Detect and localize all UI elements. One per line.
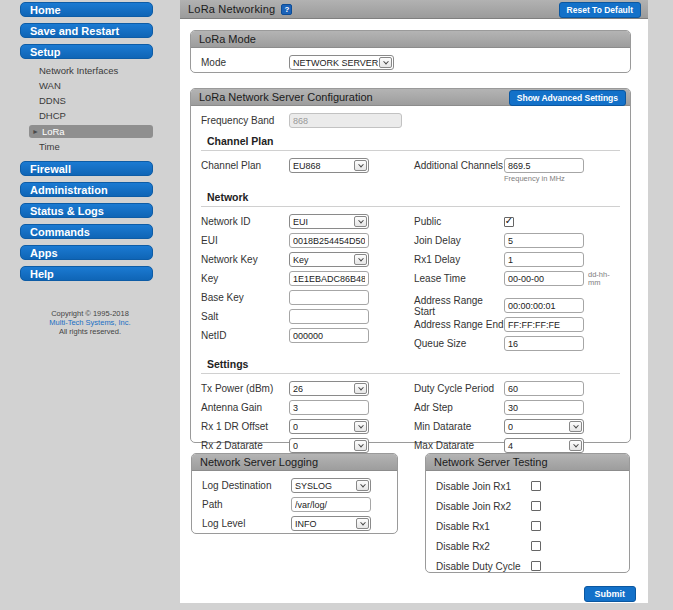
min-datarate-select[interactable]: 0 bbox=[504, 419, 584, 434]
rx1-dr-offset-select-value: 0 bbox=[290, 422, 298, 432]
salt-input[interactable] bbox=[289, 309, 369, 324]
sidebar-subitem-ddns[interactable]: DDNS bbox=[39, 95, 180, 107]
sidebar-item-firewall[interactable]: Firewall bbox=[20, 161, 153, 176]
min-datarate-select-value: 0 bbox=[505, 422, 513, 432]
disable-rx2-checkbox[interactable]: ✓ bbox=[531, 541, 541, 551]
max-datarate-select[interactable]: 4 bbox=[504, 438, 584, 453]
testing-panel-header: Network Server Testing bbox=[426, 454, 629, 471]
disable-duty-cycle-checkbox[interactable]: ✓ bbox=[531, 561, 541, 571]
max-datarate-label: Max Datarate bbox=[414, 440, 504, 451]
sidebar-item-apps[interactable]: Apps bbox=[20, 245, 153, 260]
public-checkbox[interactable]: ✓ bbox=[504, 217, 514, 227]
network-key-label: Network Key bbox=[201, 254, 289, 265]
sidebar-subitem-dhcp[interactable]: DHCP bbox=[39, 110, 180, 122]
path-label: Path bbox=[202, 499, 291, 510]
base-key-label: Base Key bbox=[201, 292, 289, 303]
rx1-delay-input[interactable] bbox=[504, 252, 584, 267]
address-range-end-input[interactable] bbox=[504, 317, 584, 332]
config-panel-title: LoRa Network Server Configuration bbox=[199, 91, 373, 103]
join-delay-input[interactable] bbox=[504, 233, 584, 248]
page-title: LoRa Networking bbox=[188, 3, 275, 15]
log-level-select[interactable]: INFO bbox=[291, 516, 371, 531]
sidebar-item-administration[interactable]: Administration bbox=[20, 182, 153, 197]
settings-section-title: Settings bbox=[201, 353, 620, 374]
log-destination-select-value: SYSLOG bbox=[292, 481, 332, 491]
netid-input[interactable] bbox=[289, 328, 369, 343]
network-server-config-panel: LoRa Network Server Configuration Show A… bbox=[190, 88, 631, 443]
disable-join-rx1-checkbox[interactable]: ✓ bbox=[531, 481, 541, 491]
show-advanced-settings-button[interactable]: Show Advanced Settings bbox=[509, 90, 626, 106]
mode-label: Mode bbox=[201, 57, 289, 68]
tx-power-label: Tx Power (dBm) bbox=[201, 383, 289, 394]
lora-mode-panel: LoRa Mode Mode NETWORK SERVER bbox=[190, 30, 631, 73]
network-key-select[interactable]: Key bbox=[289, 252, 369, 267]
lease-time-label: Lease Time bbox=[414, 273, 504, 284]
sidebar-item-status-and-logs[interactable]: Status & Logs bbox=[20, 203, 153, 218]
channel-plan-select[interactable]: EU868 bbox=[289, 158, 369, 173]
sidebar-item-setup[interactable]: Setup bbox=[20, 44, 153, 59]
antenna-gain-input[interactable] bbox=[289, 400, 369, 415]
salt-label: Salt bbox=[201, 311, 289, 322]
duty-cycle-period-input[interactable] bbox=[504, 381, 584, 396]
base-key-input[interactable] bbox=[289, 290, 369, 305]
mode-select-value: NETWORK SERVER bbox=[290, 58, 378, 68]
adr-step-label: Adr Step bbox=[414, 402, 504, 413]
queue-size-label: Queue Size bbox=[414, 338, 504, 349]
min-datarate-label: Min Datarate bbox=[414, 421, 504, 432]
disable-join-rx2-checkbox[interactable]: ✓ bbox=[531, 501, 541, 511]
netid-label: NetID bbox=[201, 330, 289, 341]
queue-size-input[interactable] bbox=[504, 336, 584, 351]
help-icon[interactable]: ? bbox=[281, 4, 292, 15]
lease-time-input[interactable] bbox=[504, 271, 584, 286]
chevron-down-icon bbox=[356, 518, 369, 529]
eui-input[interactable] bbox=[289, 233, 369, 248]
rx1-dr-offset-label: Rx 1 DR Offset bbox=[201, 421, 289, 432]
lora-mode-panel-header: LoRa Mode bbox=[191, 31, 630, 48]
lora-mode-panel-title: LoRa Mode bbox=[199, 33, 256, 45]
additional-channels-input[interactable] bbox=[504, 158, 584, 173]
sidebar-item-commands[interactable]: Commands bbox=[20, 224, 153, 239]
log-level-select-value: INFO bbox=[292, 519, 317, 529]
sidebar-subitem-lora[interactable]: ► LoRa bbox=[29, 125, 153, 138]
chevron-down-icon bbox=[354, 440, 367, 451]
setup-submenu: Network Interfaces WAN DDNS DHCP ► LoRa … bbox=[0, 65, 180, 153]
network-section-title: Network bbox=[201, 186, 620, 207]
mode-select[interactable]: NETWORK SERVER bbox=[289, 55, 394, 70]
rx1-dr-offset-select[interactable]: 0 bbox=[289, 419, 369, 434]
channel-plan-select-value: EU868 bbox=[290, 161, 321, 171]
sidebar-subitem-wan[interactable]: WAN bbox=[39, 80, 180, 92]
sidebar-item-home[interactable]: Home bbox=[20, 2, 153, 17]
tx-power-select[interactable]: 26 bbox=[289, 381, 369, 396]
sidebar-subitem-network-interfaces[interactable]: Network Interfaces bbox=[39, 65, 180, 77]
sidebar-subitem-time[interactable]: Time bbox=[39, 141, 180, 153]
adr-step-input[interactable] bbox=[504, 400, 584, 415]
address-range-start-input[interactable] bbox=[504, 298, 584, 313]
chevron-down-icon bbox=[569, 421, 582, 432]
chevron-down-icon bbox=[569, 440, 582, 451]
network-id-select[interactable]: EUI bbox=[289, 214, 369, 229]
rx2-datarate-select[interactable]: 0 bbox=[289, 438, 369, 453]
key-input[interactable] bbox=[289, 271, 369, 286]
rx2-datarate-label: Rx 2 Datarate bbox=[201, 440, 289, 451]
testing-panel-title: Network Server Testing bbox=[434, 456, 548, 468]
submit-button[interactable]: Submit bbox=[584, 586, 637, 602]
network-key-select-value: Key bbox=[290, 255, 309, 265]
lease-time-note: dd-hh-mm bbox=[588, 271, 622, 287]
disable-join-rx1-label: Disable Join Rx1 bbox=[436, 481, 531, 492]
disable-rx1-checkbox[interactable]: ✓ bbox=[531, 521, 541, 531]
public-label: Public bbox=[414, 216, 504, 227]
rx1-delay-label: Rx1 Delay bbox=[414, 254, 504, 265]
chevron-down-icon bbox=[354, 383, 367, 394]
log-destination-select[interactable]: SYSLOG bbox=[291, 478, 371, 493]
main-content: LoRa Networking ? Reset To Default LoRa … bbox=[180, 0, 648, 603]
disable-rx2-label: Disable Rx2 bbox=[436, 541, 531, 552]
chevron-down-icon bbox=[354, 254, 367, 265]
page-titlebar: LoRa Networking ? Reset To Default bbox=[180, 0, 648, 19]
sidebar-item-save-and-restart[interactable]: Save and Restart bbox=[20, 23, 153, 38]
sidebar-item-help[interactable]: Help bbox=[20, 266, 153, 281]
copyright-company-link[interactable]: Multi-Tech Systems, Inc. bbox=[49, 318, 130, 327]
logging-panel-header: Network Server Logging bbox=[192, 454, 397, 471]
reset-to-default-button[interactable]: Reset To Default bbox=[559, 2, 641, 18]
path-input[interactable] bbox=[291, 497, 371, 512]
copyright-line1: Copyright © 1995-2018 bbox=[0, 309, 180, 318]
